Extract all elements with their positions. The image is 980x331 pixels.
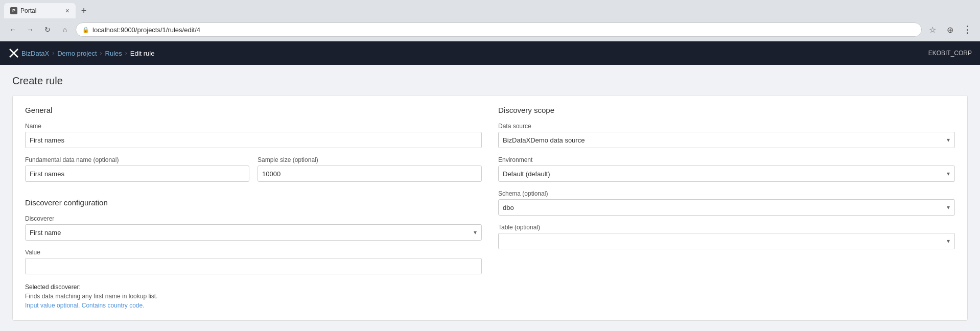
value-label: Value bbox=[25, 249, 482, 256]
name-input[interactable] bbox=[25, 132, 482, 148]
breadcrumb-sep-1: › bbox=[52, 50, 54, 57]
tab-title: Portal bbox=[20, 7, 36, 14]
breadcrumb-rules[interactable]: Rules bbox=[105, 50, 122, 57]
table-label: Table (optional) bbox=[498, 224, 955, 231]
reload-button[interactable]: ↻ bbox=[41, 23, 54, 36]
desc-line1: Finds data matching any first name in lo… bbox=[25, 293, 157, 300]
discoverer-select-wrapper: First name Last name Email Phone Date of… bbox=[25, 224, 482, 241]
url-text: localhost:9000/projects/1/rules/edit/4 bbox=[92, 26, 200, 34]
sample-label: Sample size (optional) bbox=[258, 156, 482, 163]
general-section: General Name Fundamental data name (opti… bbox=[25, 106, 482, 310]
table-select[interactable] bbox=[498, 233, 955, 249]
schema-group: Schema (optional) dbo bbox=[498, 190, 955, 216]
discoverer-select[interactable]: First name Last name Email Phone Date of… bbox=[25, 224, 482, 241]
value-input[interactable] bbox=[25, 258, 482, 274]
url-bar[interactable]: 🔒 localhost:9000/projects/1/rules/edit/4 bbox=[76, 22, 922, 37]
data-source-group: Data source BizDataXDemo data source bbox=[498, 123, 955, 148]
environment-label: Environment bbox=[498, 156, 955, 163]
active-tab[interactable]: P Portal × bbox=[4, 3, 76, 18]
breadcrumb-sep-3: › bbox=[125, 50, 127, 57]
browser-chrome: P Portal × + ← → ↻ ⌂ 🔒 localhost:9000/pr… bbox=[0, 0, 980, 41]
name-label: Name bbox=[25, 123, 482, 130]
lock-icon: 🔒 bbox=[82, 27, 89, 33]
environment-group: Environment Default (default) bbox=[498, 156, 955, 182]
desc-label: Selected discoverer: bbox=[25, 283, 81, 291]
app-header: BizDataX › Demo project › Rules › Edit r… bbox=[0, 41, 980, 65]
star-button[interactable]: ☆ bbox=[926, 23, 939, 36]
schema-select-wrapper: dbo bbox=[498, 199, 955, 216]
fundamental-group: Fundamental data name (optional) bbox=[25, 156, 249, 182]
breadcrumb-bizdatax[interactable]: BizDataX bbox=[21, 50, 49, 57]
discovery-scope-section: Discovery scope Data source BizDataXDemo… bbox=[498, 106, 955, 310]
data-source-select-wrapper: BizDataXDemo data source bbox=[498, 132, 955, 148]
tab-bar: P Portal × + bbox=[0, 0, 980, 18]
data-source-label: Data source bbox=[498, 123, 955, 130]
app-logo bbox=[8, 48, 19, 59]
discoverer-description: Selected discoverer: Finds data matching… bbox=[25, 282, 482, 310]
new-tab-button[interactable]: + bbox=[78, 5, 90, 17]
name-group: Name bbox=[25, 123, 482, 148]
breadcrumb-sep-2: › bbox=[100, 50, 102, 57]
sample-group: Sample size (optional) bbox=[258, 156, 482, 182]
zoom-button[interactable]: ⊕ bbox=[943, 23, 956, 36]
discoverer-section-title: Discoverer configuration bbox=[25, 198, 482, 207]
breadcrumb: BizDataX › Demo project › Rules › Edit r… bbox=[21, 50, 154, 57]
back-button[interactable]: ← bbox=[6, 23, 19, 36]
environment-select[interactable]: Default (default) bbox=[498, 166, 955, 182]
app-logo-icon bbox=[8, 48, 19, 59]
tab-close-button[interactable]: × bbox=[65, 7, 69, 14]
main-card: General Name Fundamental data name (opti… bbox=[12, 95, 968, 321]
schema-label: Schema (optional) bbox=[498, 190, 955, 197]
breadcrumb-current: Edit rule bbox=[130, 50, 155, 57]
schema-select[interactable]: dbo bbox=[498, 199, 955, 216]
address-bar: ← → ↻ ⌂ 🔒 localhost:9000/projects/1/rule… bbox=[0, 18, 980, 41]
page-title: Create rule bbox=[12, 75, 968, 87]
fundamental-input[interactable] bbox=[25, 166, 249, 182]
general-title: General bbox=[25, 106, 482, 114]
two-col-layout: General Name Fundamental data name (opti… bbox=[25, 106, 955, 310]
breadcrumb-project[interactable]: Demo project bbox=[57, 50, 97, 57]
home-button[interactable]: ⌂ bbox=[58, 23, 72, 36]
sample-input[interactable] bbox=[258, 166, 482, 182]
discoverer-label: Discoverer bbox=[25, 215, 482, 222]
environment-select-wrapper: Default (default) bbox=[498, 166, 955, 182]
page-content: Create rule General Name Fundamental dat… bbox=[0, 65, 980, 331]
data-source-select[interactable]: BizDataXDemo data source bbox=[498, 132, 955, 148]
fundamental-label: Fundamental data name (optional) bbox=[25, 156, 249, 163]
table-select-wrapper bbox=[498, 233, 955, 249]
value-group: Value bbox=[25, 249, 482, 274]
browser-menu-button[interactable]: ⋮ bbox=[961, 24, 974, 35]
tab-favicon: P bbox=[10, 7, 17, 14]
discoverer-group: Discoverer First name Last name Email Ph… bbox=[25, 215, 482, 241]
table-group: Table (optional) bbox=[498, 224, 955, 249]
discovery-scope-title: Discovery scope bbox=[498, 106, 955, 114]
user-display: EKOBIT_CORP bbox=[928, 50, 972, 57]
fundamental-sample-row: Fundamental data name (optional) Sample … bbox=[25, 156, 482, 190]
desc-line2: Input value optional. Contains country c… bbox=[25, 302, 144, 309]
forward-button[interactable]: → bbox=[24, 23, 37, 36]
